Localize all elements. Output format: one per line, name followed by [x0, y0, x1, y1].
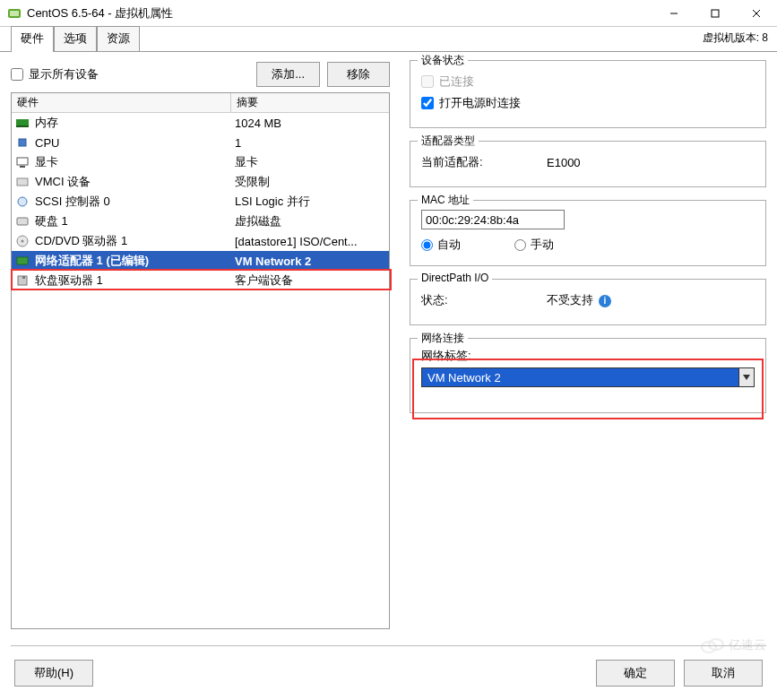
network-label-value: VM Network 2 [422, 371, 738, 385]
directpath-group: DirectPath I/O 状态: 不受支持i [410, 279, 766, 325]
svg-point-12 [18, 197, 27, 206]
mac-manual-radio[interactable]: 手动 [514, 237, 554, 253]
info-icon[interactable]: i [599, 295, 611, 307]
network-label-select[interactable]: VM Network 2 [421, 367, 755, 387]
network-connection-legend: 网络连接 [418, 331, 468, 346]
close-button[interactable] [736, 0, 777, 27]
tabs-row: 硬件 选项 资源 虚拟机版本: 8 [0, 27, 777, 51]
bottom-divider [11, 645, 766, 646]
tab-hardware[interactable]: 硬件 [11, 26, 54, 51]
title-bar: CentOS 6.5-64 - 虚拟机属性 [0, 0, 777, 27]
connected-input [421, 75, 434, 88]
hardware-table-body: 内存 1024 MB CPU 1 显卡 显卡 VMCI 设备 受限制 SCSI … [12, 113, 389, 628]
scsi-icon [15, 194, 30, 209]
minimize-button[interactable] [653, 0, 695, 27]
disk-icon [15, 214, 30, 229]
tab-options[interactable]: 选项 [54, 26, 97, 51]
video-icon [15, 155, 30, 169]
svg-rect-10 [20, 166, 25, 168]
svg-rect-8 [19, 139, 26, 146]
col-hardware[interactable]: 硬件 [12, 93, 231, 113]
current-adapter-value: E1000 [547, 156, 755, 169]
app-icon [7, 6, 22, 21]
adapter-type-group: 适配器类型 当前适配器: E1000 [410, 141, 766, 187]
mac-address-legend: MAC 地址 [418, 193, 473, 208]
table-row[interactable]: CD/DVD 驱动器 1 [datastore1] ISO/Cent... [12, 231, 389, 251]
svg-rect-16 [17, 257, 28, 264]
connect-at-poweron-input[interactable] [421, 97, 434, 109]
window-controls [653, 0, 777, 27]
directpath-legend: DirectPath I/O [418, 272, 492, 284]
show-all-devices-checkbox[interactable]: 显示所有设备 [11, 66, 99, 82]
svg-rect-13 [17, 218, 28, 225]
col-summary[interactable]: 摘要 [231, 93, 389, 113]
right-pane: 设备状态 已连接 打开电源时连接 适配器类型 当前适配器: E1000 [401, 60, 766, 629]
ok-button[interactable]: 确定 [596, 660, 675, 687]
network-connection-group: 网络连接 网络标签: VM Network 2 [410, 338, 766, 413]
table-row[interactable]: 显卡 显卡 [12, 152, 389, 172]
left-pane: 显示所有设备 添加... 移除 硬件 摘要 内存 1024 MB CPU 1 [11, 60, 401, 629]
svg-rect-18 [22, 276, 25, 279]
remove-button[interactable]: 移除 [327, 62, 390, 87]
nic-icon [15, 254, 30, 268]
floppy-icon [15, 273, 30, 288]
table-row[interactable]: SCSI 控制器 0 LSI Logic 并行 [12, 192, 389, 212]
add-button[interactable]: 添加... [256, 62, 320, 87]
svg-rect-1 [10, 11, 19, 16]
svg-point-15 [22, 240, 24, 243]
tab-resources[interactable]: 资源 [97, 26, 140, 51]
network-label-text: 网络标签: [421, 348, 755, 364]
mac-address-group: MAC 地址 自动 手动 [410, 200, 766, 266]
left-top-controls: 显示所有设备 添加... 移除 [11, 60, 390, 92]
connected-checkbox: 已连接 [421, 73, 474, 90]
svg-rect-11 [17, 178, 28, 186]
chevron-down-icon[interactable] [738, 368, 754, 386]
connect-at-poweron-checkbox[interactable]: 打开电源时连接 [421, 95, 521, 111]
adapter-type-legend: 适配器类型 [418, 134, 479, 149]
svg-rect-7 [16, 125, 29, 127]
vm-version-text: 虚拟机版本: 8 [703, 30, 768, 48]
directpath-status-label: 状态: [421, 292, 547, 308]
hardware-table-header: 硬件 摘要 [12, 93, 389, 113]
table-row[interactable]: VMCI 设备 受限制 [12, 172, 389, 192]
window-title: CentOS 6.5-64 - 虚拟机属性 [27, 5, 653, 22]
table-row[interactable]: CPU 1 [12, 133, 389, 152]
main-area: 显示所有设备 添加... 移除 硬件 摘要 内存 1024 MB CPU 1 [0, 51, 777, 629]
bottom-bar: 帮助(H) 确定 取消 [0, 655, 777, 691]
memory-icon [15, 116, 30, 130]
svg-marker-19 [743, 375, 750, 380]
device-status-legend: 设备状态 [418, 53, 468, 68]
table-row[interactable]: 内存 1024 MB [12, 113, 389, 133]
cancel-button[interactable]: 取消 [684, 660, 763, 687]
device-status-group: 设备状态 已连接 打开电源时连接 [410, 60, 766, 128]
mac-address-input[interactable] [421, 210, 565, 229]
vmci-icon [15, 175, 30, 189]
svg-rect-3 [712, 10, 719, 17]
table-row[interactable]: 网络适配器 1 (已编辑) VM Network 2 [12, 251, 389, 271]
mac-auto-radio[interactable]: 自动 [421, 237, 461, 253]
table-row[interactable]: 硬盘 1 虚拟磁盘 [12, 212, 389, 231]
hardware-table: 硬件 摘要 内存 1024 MB CPU 1 显卡 显卡 VMCI 设备 [11, 92, 390, 629]
maximize-button[interactable] [695, 0, 736, 27]
current-adapter-label: 当前适配器: [421, 154, 547, 170]
directpath-status-value: 不受支持i [547, 292, 755, 308]
svg-rect-9 [17, 158, 28, 165]
show-all-devices-label: 显示所有设备 [29, 66, 99, 82]
svg-rect-6 [16, 119, 29, 126]
watermark: 亿速云 [700, 637, 766, 653]
help-button[interactable]: 帮助(H) [14, 660, 93, 687]
show-all-devices-input[interactable] [11, 68, 23, 81]
table-row[interactable]: 软盘驱动器 1 客户端设备 [12, 271, 389, 290]
cpu-icon [15, 135, 30, 150]
cd-icon [15, 234, 30, 248]
